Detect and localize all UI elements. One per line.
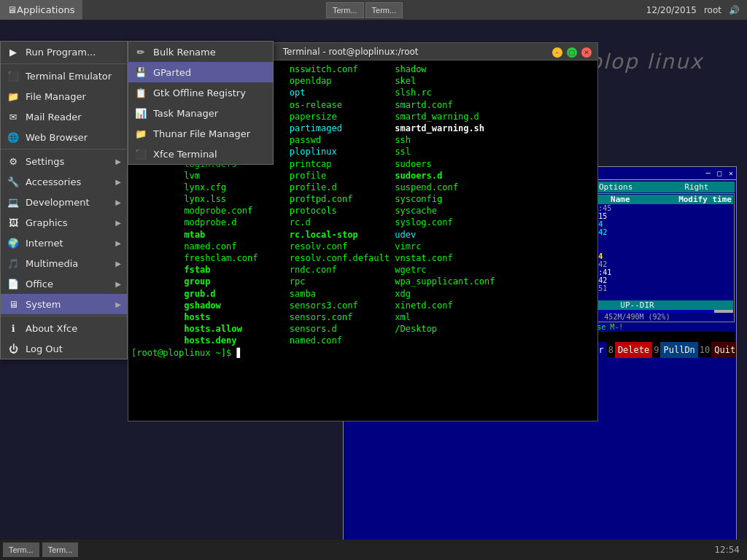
submenu-item-thunar[interactable]: 📁 Thunar File Manager	[128, 123, 273, 144]
menu-item-about-label: About Xfce	[26, 323, 121, 334]
menu-item-accessories[interactable]: 🔧 Accessories ▶	[1, 171, 127, 192]
menu-item-accessories-label: Accessories	[26, 176, 115, 187]
menu-item-browser-label: Web Browser	[26, 132, 121, 143]
mail-icon: ✉	[7, 110, 20, 123]
settings-arrow-icon: ▶	[115, 158, 121, 166]
mc-close-button[interactable]: ✕	[729, 169, 733, 177]
run-program-icon: ▶	[7, 45, 20, 58]
logout-icon: ⏻	[7, 342, 20, 355]
taskbar: 🖥 Applications Term... Term... 12/20/201…	[0, 0, 747, 20]
file-manager-icon: 📁	[7, 90, 20, 103]
submenu-xfce-terminal-label: Xfce Terminal	[153, 149, 217, 160]
bottom-term1-button[interactable]: Term...	[3, 542, 39, 557]
bulk-rename-icon: ✏	[134, 45, 147, 58]
office-arrow-icon: ▶	[115, 280, 121, 288]
applications-label: Applications	[17, 4, 74, 15]
graphics-icon: 🖼	[7, 216, 20, 229]
desktop-logo: plop linux	[589, 50, 703, 74]
about-icon: ℹ	[7, 322, 20, 335]
internet-arrow-icon: ▶	[115, 239, 121, 247]
taskbar-windows: Term... Term...	[326, 2, 403, 18]
mc-menu-right[interactable]: Right	[684, 182, 708, 192]
taskbar-left: 🖥 Applications	[0, 0, 82, 20]
mc-min-button[interactable]: ─	[706, 169, 711, 177]
menu-item-graphics-label: Graphics	[26, 217, 115, 228]
menu-item-file-manager-label: File Manager	[26, 91, 121, 102]
taskbar-datetime: 12/20/2015	[646, 5, 697, 15]
application-menu: ▶ Run Program... ⬛ Terminal Emulator 📁 F…	[0, 41, 128, 359]
graphics-arrow-icon: ▶	[115, 219, 121, 227]
development-arrow-icon: ▶	[115, 198, 121, 206]
settings-icon: ⚙	[7, 155, 20, 168]
menu-item-settings-label: Settings	[26, 156, 115, 167]
mc-f9[interactable]: 9PullDn	[652, 342, 698, 358]
terminal-close-button[interactable]: ✕	[581, 47, 592, 58]
menu-item-office[interactable]: 📄 Office ▶	[1, 273, 127, 294]
menu-item-run-program[interactable]: ▶ Run Program...	[1, 42, 127, 62]
terminal-minimize-button[interactable]: –	[552, 47, 562, 58]
submenu-item-gparted[interactable]: 💾 GParted	[128, 62, 273, 82]
menu-item-multimedia[interactable]: 🎵 Multimedia ▶	[1, 253, 127, 273]
menu-item-internet[interactable]: 🌍 Internet ▶	[1, 233, 127, 253]
bottom-clock: 12:54	[714, 545, 747, 555]
taskbar-user: root	[704, 5, 721, 15]
applications-menu-button[interactable]: 🖥 Applications	[0, 0, 82, 20]
internet-icon: 🌍	[7, 236, 20, 249]
menu-item-log-out[interactable]: ⏻ Log Out	[1, 338, 127, 359]
mc-f10[interactable]: 10Quit	[698, 342, 736, 358]
taskbar-term2[interactable]: Term...	[365, 2, 403, 18]
menu-item-logout-label: Log Out	[26, 343, 121, 354]
submenu-item-bulk-rename[interactable]: ✏ Bulk Rename	[128, 42, 273, 62]
menu-item-run-program-label: Run Program...	[26, 47, 121, 58]
bottom-term2-button[interactable]: Term...	[42, 542, 79, 557]
menu-item-graphics[interactable]: 🖼 Graphics ▶	[1, 212, 127, 233]
mc-right-title: Name	[611, 195, 630, 204]
menu-item-development-label: Development	[26, 197, 115, 208]
menu-separator-2	[1, 149, 127, 149]
mc-menu-options[interactable]: Options	[599, 182, 632, 192]
browser-icon: 🌐	[7, 131, 20, 144]
xfce-terminal-icon: ⬛	[134, 147, 147, 160]
submenu-gparted-label: GParted	[153, 67, 191, 78]
menu-item-about-xfce[interactable]: ℹ About Xfce	[1, 318, 127, 338]
terminal-icon: ⬛	[7, 69, 20, 82]
submenu-thunar-label: Thunar File Manager	[153, 128, 250, 139]
menu-item-web-browser[interactable]: 🌐 Web Browser	[1, 127, 127, 147]
accessories-icon: 🔧	[7, 175, 20, 188]
mc-max-button[interactable]: □	[717, 169, 721, 177]
system-arrow-icon: ▶	[115, 300, 121, 308]
multimedia-icon: 🎵	[7, 257, 20, 270]
menu-item-file-manager[interactable]: 📁 File Manager	[1, 86, 127, 106]
applications-icon: 🖥	[7, 4, 17, 15]
taskbar-term1[interactable]: Term...	[326, 2, 364, 18]
menu-separator-1	[1, 63, 127, 64]
mc-f8[interactable]: 8Delete	[607, 342, 653, 358]
terminal-window-controls: – □ ✕	[551, 46, 592, 58]
submenu-item-xfce-terminal[interactable]: ⬛ Xfce Terminal	[128, 144, 273, 164]
menu-item-system-label: System	[26, 299, 115, 310]
submenu-item-task-manager[interactable]: 📊 Task Manager	[128, 103, 273, 123]
submenu-item-gtk-offline[interactable]: 📋 Gtk Offline Registry	[128, 82, 273, 103]
mc-right-info: Modify time	[678, 195, 732, 204]
taskbar-sound-icon[interactable]: 🔊	[729, 5, 740, 15]
bottom-bar: Term... Term... 12:54	[0, 540, 747, 560]
menu-item-development[interactable]: 💻 Development ▶	[1, 192, 127, 212]
bottom-taskbar: Term... Term...	[0, 542, 78, 557]
task-manager-icon: 📊	[134, 106, 147, 120]
menu-item-multimedia-label: Multimedia	[26, 258, 115, 269]
gparted-icon: 💾	[134, 66, 147, 79]
menu-separator-3	[1, 316, 127, 316]
menu-item-settings[interactable]: ⚙ Settings ▶	[1, 151, 127, 171]
mc-controls: ─ □ ✕	[704, 168, 733, 178]
menu-item-mail-reader[interactable]: ✉ Mail Reader	[1, 106, 127, 127]
system-submenu: ✏ Bulk Rename 💾 GParted 📋 Gtk Offline Re…	[128, 41, 274, 165]
submenu-gtk-offline-label: Gtk Offline Registry	[153, 88, 246, 98]
terminal-maximize-button[interactable]: □	[567, 47, 577, 58]
menu-item-system[interactable]: 🖥 System ▶	[1, 294, 127, 314]
taskbar-right: 12/20/2015 root 🔊	[646, 5, 747, 15]
menu-item-mail-label: Mail Reader	[26, 112, 121, 122]
menu-item-terminal-emulator[interactable]: ⬛ Terminal Emulator	[1, 66, 127, 86]
menu-item-terminal-label: Terminal Emulator	[26, 71, 121, 82]
accessories-arrow-icon: ▶	[115, 178, 121, 186]
office-icon: 📄	[7, 277, 20, 290]
